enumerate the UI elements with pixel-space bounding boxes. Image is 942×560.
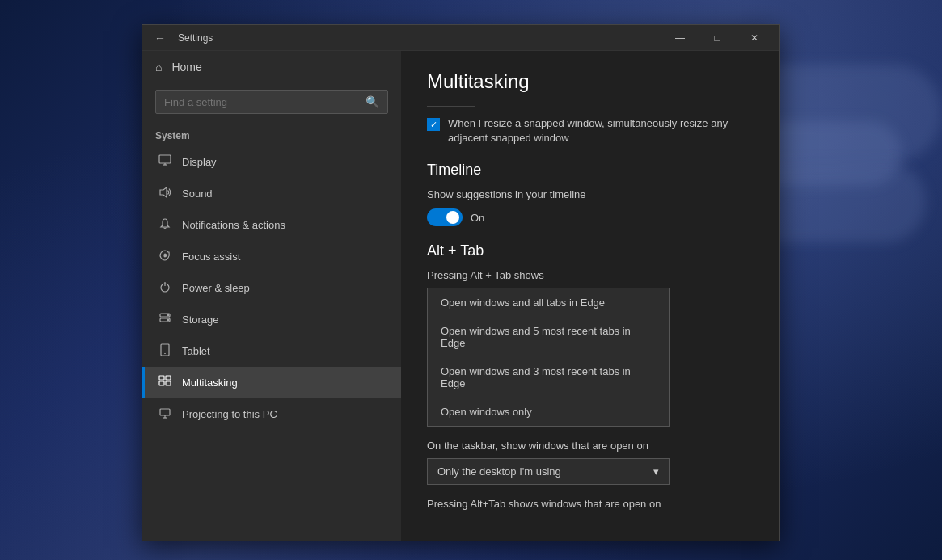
window-title: Settings <box>178 32 661 44</box>
back-icon: ← <box>154 32 166 44</box>
sidebar-item-focus[interactable]: Focus assist <box>142 241 401 272</box>
svg-marker-3 <box>160 187 167 197</box>
taskbar-label: On the taskbar, show windows that are op… <box>427 440 754 452</box>
svg-rect-16 <box>160 409 170 415</box>
tablet-icon <box>158 343 172 359</box>
alt-tab-dropdown-popup: Open windows and all tabs in Edge Open w… <box>427 288 670 427</box>
bottom-label: Pressing Alt+Tab shows windows that are … <box>427 498 754 510</box>
sidebar-section-label: System <box>142 124 401 146</box>
focus-icon <box>158 249 172 264</box>
sidebar-item-storage[interactable]: Storage <box>142 304 401 335</box>
display-icon <box>158 154 172 170</box>
home-icon: ⌂ <box>155 61 162 74</box>
projecting-label: Projecting to this PC <box>182 408 277 420</box>
multitasking-icon <box>158 375 172 390</box>
minimize-button[interactable]: — <box>661 25 699 51</box>
projecting-icon <box>158 406 172 422</box>
snap-checkbox[interactable]: ✓ <box>427 118 440 131</box>
page-title: Multitasking <box>427 70 754 93</box>
back-button[interactable]: ← <box>149 27 171 49</box>
alt-tab-label: Pressing Alt + Tab shows <box>427 269 754 281</box>
sidebar-item-projecting[interactable]: Projecting to this PC <box>142 398 401 430</box>
timeline-section-title: Timeline <box>427 162 754 179</box>
timeline-toggle[interactable] <box>427 208 463 226</box>
svg-rect-14 <box>159 381 164 385</box>
maximize-button[interactable]: □ <box>699 25 736 51</box>
svg-rect-15 <box>166 381 171 385</box>
dropdown-item-3-tabs[interactable]: Open windows and 3 most recent tabs in E… <box>428 357 669 398</box>
sidebar-item-sound[interactable]: Sound <box>142 178 401 209</box>
taskbar-select-value: Only the desktop I'm using <box>437 465 561 478</box>
main-panel: Multitasking ✓ When I resize a snapped w… <box>401 51 779 541</box>
dropdown-item-windows-only[interactable]: Open windows only <box>428 398 669 426</box>
dropdown-item-5-tabs[interactable]: Open windows and 5 most recent tabs in E… <box>428 317 669 357</box>
sidebar-item-display[interactable]: Display <box>142 146 401 178</box>
power-label: Power & sleep <box>182 282 250 294</box>
sidebar-home-label: Home <box>171 61 201 74</box>
focus-label: Focus assist <box>182 251 240 263</box>
snap-checkbox-row: ✓ When I resize a snapped window, simult… <box>427 116 754 145</box>
power-icon <box>158 280 172 296</box>
svg-rect-12 <box>159 376 164 380</box>
taskbar-select-row: On the taskbar, show windows that are op… <box>427 440 754 485</box>
close-button[interactable]: ✕ <box>736 25 773 51</box>
title-divider <box>427 106 475 107</box>
alt-tab-section-title: Alt + Tab <box>427 242 754 259</box>
sidebar-item-home[interactable]: ⌂ Home <box>142 51 401 83</box>
taskbar-select[interactable]: Only the desktop I'm using ▾ <box>427 458 670 485</box>
search-box: 🔍 <box>155 90 388 114</box>
toggle-knob <box>446 211 459 224</box>
snap-checkbox-label: When I resize a snapped window, simultan… <box>448 116 754 145</box>
sidebar-item-power[interactable]: Power & sleep <box>142 272 401 304</box>
sidebar-item-multitasking[interactable]: Multitasking <box>142 367 401 398</box>
tablet-label: Tablet <box>182 345 210 357</box>
sound-label: Sound <box>182 187 213 200</box>
titlebar: ← Settings — □ ✕ <box>142 25 779 51</box>
storage-label: Storage <box>182 314 219 326</box>
window-controls: — □ ✕ <box>661 25 773 51</box>
storage-icon <box>158 312 172 327</box>
dropdown-item-all-tabs[interactable]: Open windows and all tabs in Edge <box>428 288 669 317</box>
settings-window: ← Settings — □ ✕ ⌂ Home 🔍 System <box>142 24 780 541</box>
window-content: ⌂ Home 🔍 System Display <box>142 51 779 541</box>
svg-point-9 <box>167 319 169 321</box>
sidebar-item-notifications[interactable]: Notifications & actions <box>142 209 401 241</box>
timeline-toggle-row: On <box>427 208 754 226</box>
sidebar: ⌂ Home 🔍 System Display <box>142 51 401 541</box>
svg-rect-0 <box>159 155 171 163</box>
search-input[interactable] <box>164 96 359 108</box>
display-label: Display <box>182 156 217 168</box>
svg-point-8 <box>167 314 169 316</box>
multitasking-label: Multitasking <box>182 377 238 389</box>
chevron-down-icon: ▾ <box>653 465 659 478</box>
sound-icon <box>158 186 172 201</box>
sidebar-item-tablet[interactable]: Tablet <box>142 335 401 367</box>
notifications-label: Notifications & actions <box>182 219 285 231</box>
svg-rect-13 <box>166 376 171 380</box>
timeline-setting-label: Show suggestions in your timeline <box>427 188 754 200</box>
toggle-state-label: On <box>471 212 484 224</box>
search-icon[interactable]: 🔍 <box>365 95 379 108</box>
notifications-icon <box>158 217 172 233</box>
